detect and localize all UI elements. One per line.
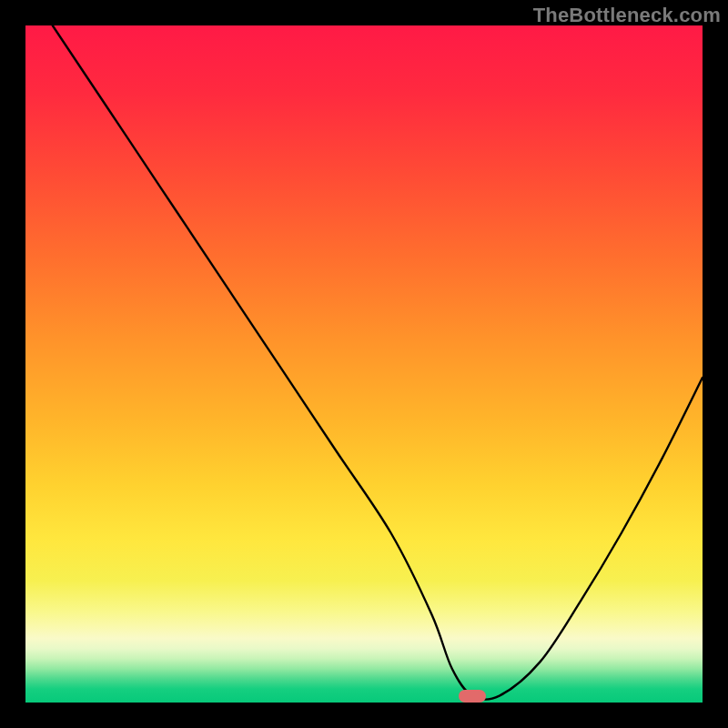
- plot-area: [25, 25, 703, 703]
- watermark-text: TheBottleneck.com: [533, 4, 721, 27]
- optimal-marker: [459, 690, 486, 703]
- chart-frame: TheBottleneck.com: [0, 0, 728, 728]
- bottleneck-curve: [25, 25, 703, 703]
